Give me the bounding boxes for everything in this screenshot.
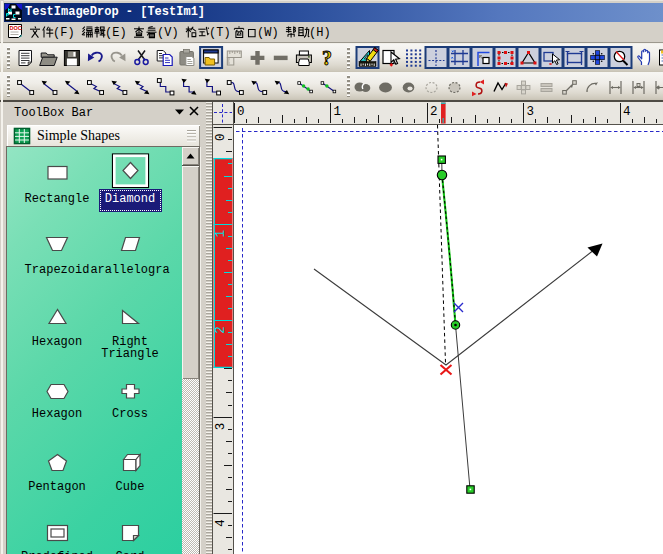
svg-text:4: 4 xyxy=(623,105,631,119)
svg-text:3: 3 xyxy=(527,105,535,119)
svg-text:1: 1 xyxy=(214,230,228,238)
svg-text:3: 3 xyxy=(214,423,228,431)
svg-text:0: 0 xyxy=(237,105,245,119)
svg-text:?: ? xyxy=(322,47,332,69)
svg-text:2: 2 xyxy=(214,326,228,334)
svg-text:2: 2 xyxy=(430,105,438,119)
svg-text:DOC: DOC xyxy=(10,25,22,31)
svg-text:0: 0 xyxy=(214,134,228,142)
svg-text:4: 4 xyxy=(214,519,228,527)
svg-text:1: 1 xyxy=(334,105,342,119)
